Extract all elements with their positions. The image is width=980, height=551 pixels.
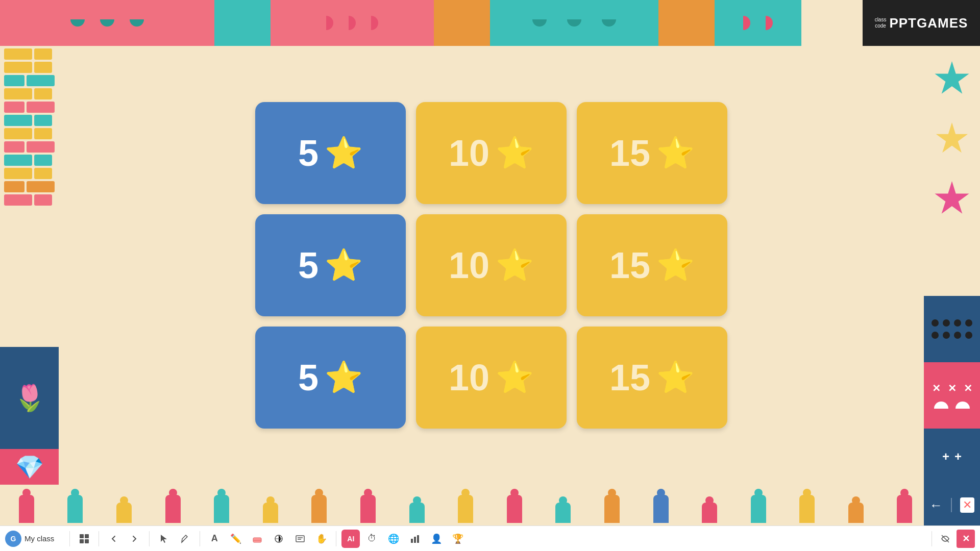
banner-pink2 — [271, 0, 434, 46]
svg-rect-1 — [85, 534, 89, 538]
toolbar-sep-4 — [200, 531, 200, 546]
left-sidebar-blue-panel: 🌷 — [0, 347, 59, 449]
cursor-tool-button[interactable] — [155, 530, 173, 548]
left-sidebar-stripes — [0, 46, 59, 383]
text-tool-button[interactable]: A — [205, 530, 224, 548]
logo-pptgames: PPTGAMES — [889, 15, 968, 31]
top-banner — [0, 0, 980, 46]
dot-2 — [943, 319, 950, 327]
right-close-panel: ← ✕ — [924, 485, 980, 525]
card-3-value: 15 — [609, 135, 650, 171]
figure-14 — [653, 495, 669, 523]
figures-container — [5, 495, 975, 525]
deco-halfcircle-1 — [70, 19, 85, 27]
figure-9 — [409, 503, 425, 523]
card-5[interactable]: 10 ⭐ — [416, 214, 567, 316]
figure-3 — [116, 503, 132, 523]
draw-tool-button[interactable] — [176, 530, 194, 548]
toolbar-sep-3 — [149, 531, 150, 546]
dot-7 — [954, 332, 961, 339]
card-9-star: ⭐ — [656, 362, 695, 393]
banner-orange2 — [658, 0, 715, 46]
svg-rect-3 — [85, 539, 89, 543]
ai-button[interactable]: AI — [341, 530, 360, 548]
semicircle-1 — [934, 402, 948, 409]
stripe-7b — [34, 128, 52, 139]
forward-button[interactable] — [126, 530, 144, 548]
divider-vert — [951, 498, 952, 512]
stripe-6b — [34, 115, 52, 126]
deco-halfcircle-6 — [371, 16, 378, 30]
stripe-3b — [27, 75, 55, 86]
plus-icon-1[interactable]: + — [942, 449, 949, 464]
back-button[interactable] — [104, 530, 122, 548]
user-button[interactable]: 👤 — [427, 530, 446, 548]
figure-6 — [263, 503, 278, 523]
stripe-8b — [27, 141, 55, 153]
close-presentation-button[interactable]: ✕ — [957, 530, 975, 548]
card-8-value: 10 — [449, 359, 489, 396]
eraser-tool-button[interactable] — [248, 530, 266, 548]
plus-icon-2[interactable]: + — [954, 449, 962, 464]
textbox-tool-button[interactable] — [291, 530, 309, 548]
deco-halfcircle-2 — [100, 19, 114, 27]
deco-halfcircle-8 — [567, 19, 581, 27]
apps-button[interactable] — [75, 530, 93, 548]
card-4-star: ⭐ — [325, 250, 363, 281]
x-icon-1[interactable]: ✕ — [932, 382, 941, 394]
left-sidebar-pink-panel: 💎 — [0, 449, 59, 485]
svg-rect-8 — [414, 537, 416, 543]
x-icon-2[interactable]: ✕ — [948, 382, 957, 394]
dot-8 — [965, 332, 972, 339]
figure-7 — [311, 495, 327, 523]
figure-15 — [702, 503, 717, 523]
trophy-button[interactable]: 🏆 — [449, 530, 467, 548]
card-5-star: ⭐ — [496, 250, 534, 281]
shape-tool-button[interactable] — [270, 530, 288, 548]
right-nav-panel: + + — [924, 429, 980, 485]
card-8[interactable]: 10 ⭐ — [416, 327, 567, 429]
chart-button[interactable] — [406, 530, 424, 548]
stripe-row-10 — [4, 168, 55, 179]
stripe-row-7 — [4, 128, 55, 139]
card-9[interactable]: 15 ⭐ — [577, 327, 727, 429]
pen-tool-button[interactable]: ✏️ — [227, 530, 245, 548]
stripe-8a — [4, 141, 24, 153]
card-grid: 5 ⭐ 10 ⭐ 15 ⭐ 5 ⭐ 10 ⭐ 15 ⭐ 5 ⭐ 10 — [255, 102, 727, 429]
card-1[interactable]: 5 ⭐ — [255, 102, 406, 204]
hand-tool-button[interactable]: ✋ — [312, 530, 331, 548]
card-2[interactable]: 10 ⭐ — [416, 102, 567, 204]
stripe-1a — [4, 48, 32, 60]
stripe-1b — [34, 48, 52, 60]
stripe-2a — [4, 62, 32, 73]
arrow-left-icon[interactable]: ← — [929, 497, 943, 513]
figure-5 — [214, 495, 229, 523]
stripe-11b — [27, 181, 55, 192]
toolbar-sep-2 — [99, 531, 99, 546]
semicircle-2 — [955, 402, 970, 409]
toolbar-logo: G — [5, 531, 21, 547]
x-icon-3[interactable]: ✕ — [964, 382, 972, 394]
card-7-value: 5 — [298, 359, 318, 396]
right-control-panel: ✕ ✕ ✕ — [924, 362, 980, 429]
stripe-6a — [4, 115, 32, 126]
card-6[interactable]: 15 ⭐ — [577, 214, 727, 316]
figure-16 — [751, 495, 766, 523]
globe-button[interactable]: 🌐 — [384, 530, 403, 548]
dots-row-1 — [932, 319, 972, 327]
close-x-icon[interactable]: ✕ — [960, 497, 974, 513]
annotation-toggle-button[interactable] — [936, 530, 954, 548]
card-4[interactable]: 5 ⭐ — [255, 214, 406, 316]
stripe-12a — [4, 194, 32, 206]
stripe-10a — [4, 168, 32, 179]
card-3[interactable]: 15 ⭐ — [577, 102, 727, 204]
stripe-5a — [4, 102, 24, 113]
banner-teal2 — [490, 0, 658, 46]
card-5-value: 10 — [449, 247, 489, 284]
right-dots-panel — [924, 296, 980, 362]
timer-button[interactable]: ⏱ — [363, 530, 381, 548]
stripe-4b — [34, 88, 52, 99]
card-7[interactable]: 5 ⭐ — [255, 327, 406, 429]
card-8-star: ⭐ — [496, 362, 534, 393]
stripe-row-5 — [4, 102, 55, 113]
